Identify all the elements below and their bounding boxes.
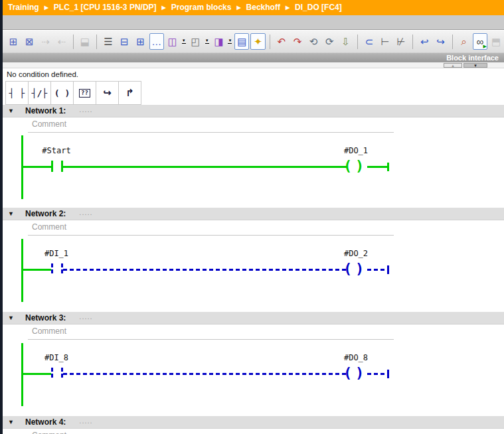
toolbar-separator bbox=[452, 35, 453, 49]
favorite-coil-button[interactable]: ( ) bbox=[50, 81, 74, 105]
wire-segment bbox=[21, 166, 51, 168]
chevron-down-icon: ▼ bbox=[205, 39, 209, 44]
empty-box-icon: ?? bbox=[79, 89, 90, 98]
coil-symbol[interactable]: ) bbox=[355, 157, 364, 175]
previous-error-icon[interactable]: ↶ bbox=[274, 33, 289, 50]
toolbar-gap bbox=[0, 15, 504, 30]
network-title-placeholder[interactable]: ..... bbox=[79, 417, 92, 425]
insert-segment-icon[interactable]: ⊢ bbox=[378, 33, 392, 50]
breadcrumb-item-1[interactable]: Training bbox=[8, 3, 39, 12]
breadcrumb-separator-icon: ▶ bbox=[44, 5, 48, 11]
network-2-header[interactable]: ▼ Network 2: ..... bbox=[3, 208, 504, 220]
favorite-close-branch-button[interactable]: ↱ bbox=[118, 81, 141, 105]
breadcrumb-item-2[interactable]: PLC_1 [CPU 1516-3 PN/DP] bbox=[54, 3, 157, 12]
navigate-back-icon[interactable]: ↩ bbox=[417, 33, 432, 50]
contact-symbol[interactable] bbox=[51, 161, 53, 172]
collapse-network-icon[interactable]: ▼ bbox=[8, 315, 25, 321]
coil-symbol[interactable]: ) bbox=[355, 260, 364, 277]
collapse-network-icon[interactable]: ▼ bbox=[8, 419, 25, 425]
close-all-networks-icon[interactable]: ⊞ bbox=[133, 33, 147, 50]
network-title-placeholder[interactable]: ..... bbox=[79, 208, 92, 216]
symbolic-operands-icon-dropdown[interactable]: ▼ bbox=[227, 33, 234, 50]
network-1-comment: Comment bbox=[3, 117, 504, 133]
collapse-network-icon[interactable]: ▼ bbox=[8, 108, 25, 114]
monitoring-icon[interactable]: ∞▶ bbox=[473, 33, 487, 50]
absolute-operands-icon[interactable]: ◫ bbox=[165, 33, 180, 50]
contact-open-icon: ┤ ├ bbox=[9, 88, 25, 98]
network-4: ▼ Network 4: ..... Comment bbox=[3, 416, 504, 434]
network-title-placeholder[interactable]: ..... bbox=[79, 106, 92, 113]
operand-comments-icon-dropdown[interactable]: ▼ bbox=[204, 33, 210, 50]
symbolic-operands-icon[interactable]: ◨ bbox=[211, 33, 226, 50]
network-3-header[interactable]: ▼ Network 3: ..... bbox=[3, 312, 504, 325]
operand-comments-icon[interactable]: ◰ bbox=[189, 33, 203, 50]
comment-placeholder[interactable]: Comment bbox=[32, 326, 66, 336]
contact-operand-label[interactable]: #Start bbox=[23, 146, 90, 155]
breadcrumb-separator-icon: ▶ bbox=[236, 5, 240, 11]
wire-segment bbox=[367, 373, 388, 375]
coil-symbol[interactable]: ( bbox=[343, 157, 352, 175]
favorite-open-branch-button[interactable]: ↪ bbox=[96, 81, 119, 105]
collapse-network-icon[interactable]: ▼ bbox=[8, 210, 25, 217]
comment-placeholder[interactable]: Comment bbox=[32, 119, 66, 129]
refresh-block-calls-icon[interactable]: ⟳ bbox=[322, 33, 337, 50]
find-replace-icon[interactable]: ⌕ bbox=[457, 33, 471, 50]
block-interface-bar[interactable]: Block interface bbox=[0, 52, 504, 62]
toolbar-separator bbox=[270, 35, 270, 49]
breadcrumb-item-3[interactable]: Program blocks bbox=[171, 3, 232, 12]
favorites-toolbar-icon[interactable]: ✦ bbox=[250, 33, 265, 50]
breadcrumb-item-4[interactable]: Beckhoff bbox=[246, 3, 280, 12]
collapse-calls-icon[interactable]: ⊂ bbox=[362, 33, 377, 50]
update-block-calls-icon[interactable]: ⟲ bbox=[306, 33, 321, 50]
comment-placeholder[interactable]: Comment bbox=[32, 222, 66, 232]
expand-interface-button[interactable]: ▲ bbox=[444, 63, 462, 68]
coil-symbol[interactable]: ( bbox=[343, 260, 352, 277]
navigate-forward-icon[interactable]: ↪ bbox=[433, 33, 448, 50]
comment-placeholder[interactable]: Comment bbox=[32, 431, 66, 434]
coil-operand-label[interactable]: #DO_1 bbox=[323, 146, 389, 155]
collapse-interface-button[interactable]: ▼ bbox=[463, 63, 487, 68]
free-form-comments-icon[interactable]: ▤ bbox=[234, 33, 249, 50]
close-branch-icon: ↱ bbox=[126, 87, 134, 99]
open-all-networks-icon[interactable]: ⊟ bbox=[117, 33, 131, 50]
breadcrumb-separator-icon: ▶ bbox=[286, 5, 290, 11]
coil-symbol[interactable]: ) bbox=[355, 364, 364, 382]
coil-operand-label[interactable]: #DO_2 bbox=[323, 249, 389, 258]
delete-segment-icon[interactable]: ⊬ bbox=[394, 33, 408, 50]
wire-segment[interactable] bbox=[63, 269, 347, 271]
monitoring-icon-badge: ▶ bbox=[483, 44, 487, 48]
contact-symbol[interactable] bbox=[51, 263, 53, 275]
consistency-download-icon[interactable]: ⇩ bbox=[338, 33, 353, 50]
contact-operand-label[interactable]: #DI_1 bbox=[23, 249, 90, 258]
breadcrumb-item-5[interactable]: DI_DO [FC4] bbox=[295, 3, 342, 12]
interface-splitter[interactable]: ▲ ▼ bbox=[0, 62, 504, 68]
toolbar-separator bbox=[73, 35, 74, 49]
insert-row-icon: ⇢ bbox=[38, 33, 52, 50]
contact-symbol[interactable] bbox=[51, 368, 53, 379]
delete-network-icon[interactable]: ⊠ bbox=[22, 33, 37, 50]
network-title: Network 4: bbox=[25, 417, 66, 427]
coil-symbol[interactable]: ( bbox=[343, 364, 352, 382]
contact-operand-label[interactable]: #DI_8 bbox=[23, 353, 90, 362]
wire-segment bbox=[367, 269, 388, 271]
show-network-titles-icon[interactable]: ☰ bbox=[101, 33, 116, 50]
rung-end-bar bbox=[387, 370, 389, 378]
wire-segment[interactable] bbox=[63, 373, 347, 375]
next-error-icon[interactable]: ↷ bbox=[290, 33, 305, 50]
show-comments-icon[interactable]: … bbox=[149, 33, 164, 50]
network-title: Network 3: bbox=[25, 313, 66, 323]
network-title-placeholder[interactable]: ..... bbox=[79, 313, 92, 321]
network-4-header[interactable]: ▼ Network 4: ..... bbox=[3, 416, 504, 429]
wire-segment[interactable] bbox=[63, 166, 347, 168]
favorite-contact-open-button[interactable]: ┤ ├ bbox=[5, 81, 29, 105]
toolbar-separator bbox=[412, 35, 413, 49]
insert-network-icon[interactable]: ⊞ bbox=[6, 33, 21, 50]
absolute-operands-icon-dropdown[interactable]: ▼ bbox=[181, 33, 187, 50]
favorite-contact-closed-button[interactable]: ┤/├ bbox=[28, 81, 51, 105]
favorite-empty-box-button[interactable]: ?? bbox=[73, 81, 96, 105]
coil-operand-label[interactable]: #DO_8 bbox=[323, 353, 389, 362]
wire-segment bbox=[367, 166, 388, 168]
network-1-header[interactable]: ▼ Network 1: ..... bbox=[3, 105, 504, 117]
panel-edge-divider[interactable] bbox=[0, 0, 3, 434]
breadcrumb: Training▶PLC_1 [CPU 1516-3 PN/DP]▶Progra… bbox=[0, 0, 504, 15]
